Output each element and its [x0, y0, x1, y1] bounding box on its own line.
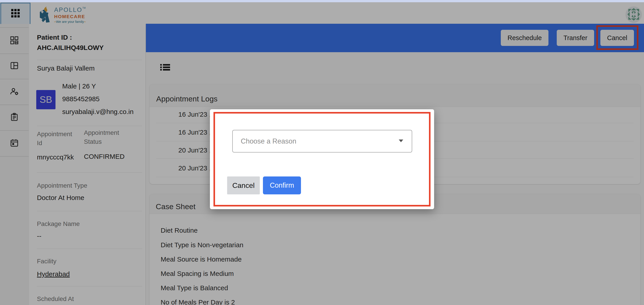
modal-confirm-button[interactable]: Confirm — [263, 176, 301, 194]
cancel-reason-modal: Choose a Reason Cancel Confirm — [210, 109, 434, 209]
modal-cancel-button[interactable]: Cancel — [227, 176, 260, 194]
top-strip — [0, 0, 644, 2]
dropdown-caret-icon — [398, 139, 404, 144]
reason-select-placeholder: Choose a Reason — [241, 137, 296, 145]
app-window: APOLLOTM HOMECARE –We are your family– — [0, 0, 644, 305]
reason-select[interactable]: Choose a Reason — [232, 130, 412, 153]
